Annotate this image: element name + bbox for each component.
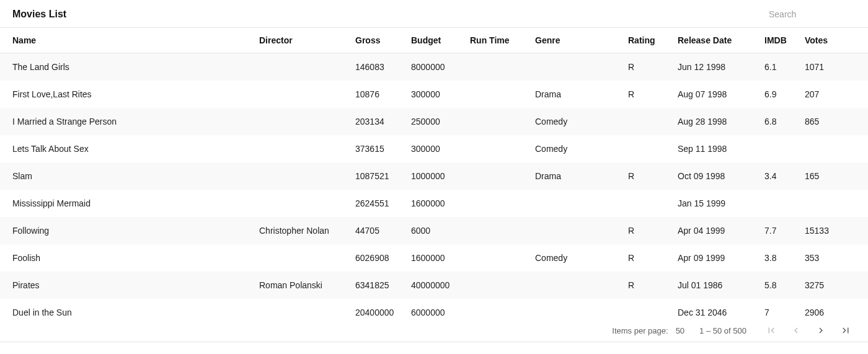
cell-rating: R — [623, 162, 673, 190]
movies-table-wrap: Name Director Gross Budget Run Time Genr… — [0, 28, 868, 319]
last-page-icon — [840, 325, 851, 336]
cell-votes — [800, 135, 868, 162]
cell-name: Duel in the Sun — [0, 299, 254, 319]
cell-rating — [623, 135, 673, 162]
cell-budget: 6000 — [406, 217, 465, 244]
cell-rating — [623, 108, 673, 135]
cell-imdb: 5.8 — [760, 272, 800, 299]
cell-gross: 44705 — [350, 217, 406, 244]
cell-genre — [530, 299, 623, 319]
table-row[interactable]: Lets Talk About Sex373615300000ComedySep… — [0, 135, 868, 162]
cell-genre — [530, 217, 623, 244]
cell-budget: 8000000 — [406, 53, 465, 81]
table-row[interactable]: I Married a Strange Person203134250000Co… — [0, 108, 868, 135]
cell-name: Pirates — [0, 272, 254, 299]
cell-votes: 865 — [800, 108, 868, 135]
cell-runtime — [465, 244, 530, 272]
table-row[interactable]: First Love,Last Rites10876300000DramaRAu… — [0, 81, 868, 108]
cell-votes: 353 — [800, 244, 868, 272]
cell-name: Following — [0, 217, 254, 244]
col-header-genre[interactable]: Genre — [530, 28, 623, 53]
cell-budget: 250000 — [406, 108, 465, 135]
cell-release: Jul 01 1986 — [673, 272, 760, 299]
cell-name: The Land Girls — [0, 53, 254, 81]
cell-runtime — [465, 108, 530, 135]
cell-gross: 10876 — [350, 81, 406, 108]
table-row[interactable]: Mississippi Mermaid26245511600000Jan 15 … — [0, 190, 868, 217]
table-row[interactable]: Foolish60269081600000ComedyRApr 09 19993… — [0, 244, 868, 272]
cell-budget: 1000000 — [406, 162, 465, 190]
cell-genre: Comedy — [530, 108, 623, 135]
cell-name: Foolish — [0, 244, 254, 272]
cell-gross: 373615 — [350, 135, 406, 162]
header-bar: Movies List — [0, 0, 868, 28]
cell-budget: 1600000 — [406, 190, 465, 217]
cell-director — [254, 53, 350, 81]
cell-director: Christopher Nolan — [254, 217, 350, 244]
col-header-runtime[interactable]: Run Time — [465, 28, 530, 53]
chevron-left-icon — [790, 325, 802, 336]
cell-rating — [623, 299, 673, 319]
cell-genre: Drama — [530, 162, 623, 190]
cell-director — [254, 81, 350, 108]
items-per-page-value[interactable]: 50 — [676, 326, 684, 335]
col-header-director[interactable]: Director — [254, 28, 350, 53]
cell-name: First Love,Last Rites — [0, 81, 254, 108]
table-row[interactable]: Slam10875211000000DramaROct 09 19983.416… — [0, 162, 868, 190]
table-row[interactable]: PiratesRoman Polanski634182540000000RJul… — [0, 272, 868, 299]
cell-director — [254, 108, 350, 135]
col-header-budget[interactable]: Budget — [406, 28, 465, 53]
cell-budget: 300000 — [406, 135, 465, 162]
first-page-button[interactable] — [764, 323, 779, 338]
cell-imdb: 6.9 — [760, 81, 800, 108]
cell-imdb: 6.1 — [760, 53, 800, 81]
col-header-rating[interactable]: Rating — [623, 28, 673, 53]
cell-genre: Comedy — [530, 244, 623, 272]
prev-page-button[interactable] — [789, 323, 804, 338]
cell-name: Lets Talk About Sex — [0, 135, 254, 162]
cell-gross: 203134 — [350, 108, 406, 135]
col-header-gross[interactable]: Gross — [350, 28, 406, 53]
cell-rating: R — [623, 53, 673, 81]
col-header-release[interactable]: Release Date — [673, 28, 760, 53]
next-page-button[interactable] — [813, 323, 828, 338]
cell-runtime — [465, 53, 530, 81]
search-input[interactable] — [769, 9, 856, 19]
cell-release: Sep 11 1998 — [673, 135, 760, 162]
cell-director — [254, 162, 350, 190]
cell-name: I Married a Strange Person — [0, 108, 254, 135]
cell-name: Mississippi Mermaid — [0, 190, 254, 217]
table-row[interactable]: FollowingChristopher Nolan447056000RApr … — [0, 217, 868, 244]
movies-table: Name Director Gross Budget Run Time Genr… — [0, 28, 868, 319]
cell-rating: R — [623, 272, 673, 299]
first-page-icon — [766, 325, 777, 336]
cell-votes: 165 — [800, 162, 868, 190]
cell-gross: 6026908 — [350, 244, 406, 272]
col-header-imdb[interactable]: IMDB — [760, 28, 800, 53]
cell-gross: 20400000 — [350, 299, 406, 319]
cell-director — [254, 244, 350, 272]
col-header-votes[interactable]: Votes — [800, 28, 868, 53]
cell-release: Aug 28 1998 — [673, 108, 760, 135]
cell-imdb: 3.8 — [760, 244, 800, 272]
cell-votes: 2906 — [800, 299, 868, 319]
last-page-button[interactable] — [838, 323, 853, 338]
cell-gross: 1087521 — [350, 162, 406, 190]
col-header-name[interactable]: Name — [0, 28, 254, 53]
cell-runtime — [465, 135, 530, 162]
page-title: Movies List — [12, 9, 66, 20]
cell-runtime — [465, 299, 530, 319]
table-row[interactable]: The Land Girls1460838000000RJun 12 19986… — [0, 53, 868, 81]
cell-rating — [623, 190, 673, 217]
cell-runtime — [465, 81, 530, 108]
cell-imdb: 3.4 — [760, 162, 800, 190]
cell-release: Oct 09 1998 — [673, 162, 760, 190]
cell-genre — [530, 53, 623, 81]
cell-runtime — [465, 272, 530, 299]
table-row[interactable]: Duel in the Sun204000006000000Dec 31 204… — [0, 299, 868, 319]
cell-genre — [530, 190, 623, 217]
cell-genre — [530, 272, 623, 299]
cell-imdb — [760, 135, 800, 162]
cell-votes: 15133 — [800, 217, 868, 244]
cell-runtime — [465, 217, 530, 244]
